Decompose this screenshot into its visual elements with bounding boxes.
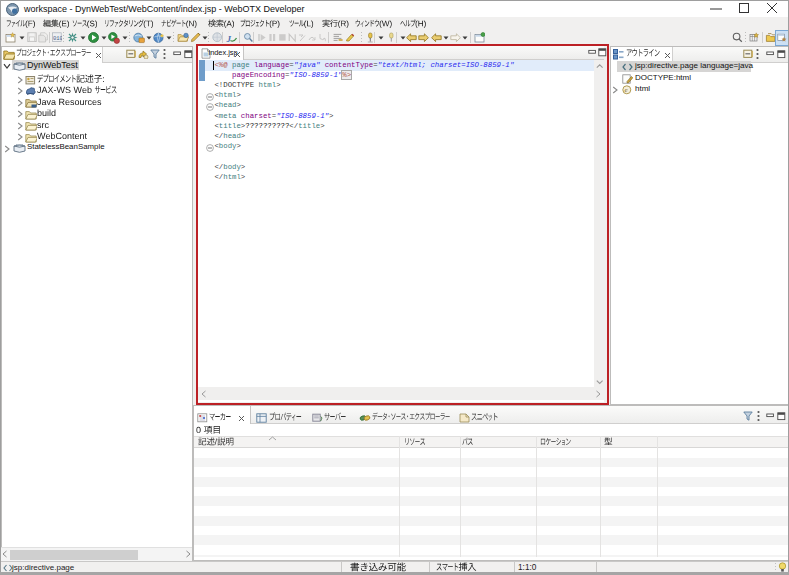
svg-text:010: 010 bbox=[53, 35, 62, 42]
svg-text:e: e bbox=[625, 86, 628, 94]
svg-text:J: J bbox=[226, 33, 232, 43]
